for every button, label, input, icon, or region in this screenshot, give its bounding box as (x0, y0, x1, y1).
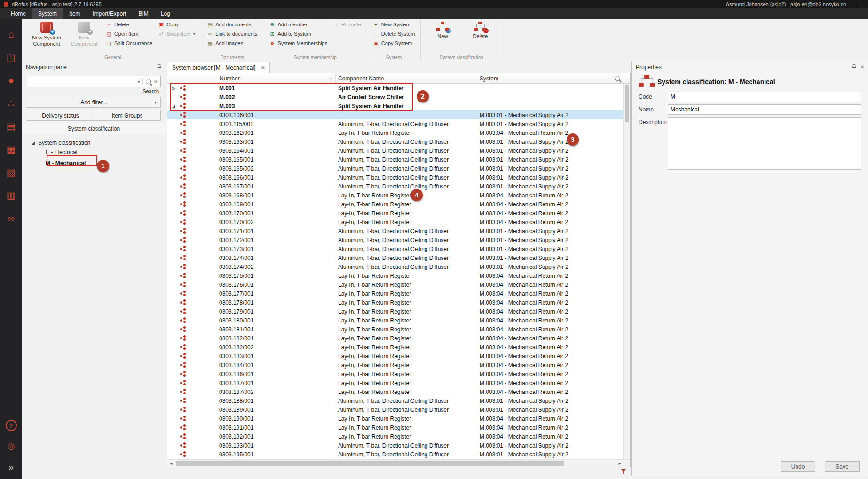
horizontal-scrollbar-track[interactable] (175, 460, 616, 467)
table-row[interactable]: 0303.176/001Lay-In, T-bar Return Registe… (167, 280, 623, 289)
clear-search-icon[interactable]: × (154, 79, 158, 85)
table-row[interactable]: 0303.187/001Lay-In, T-bar Return Registe… (167, 378, 623, 387)
system-module-icon[interactable]: ∴ (0, 92, 22, 115)
copy-button[interactable]: ▣ Copy (158, 21, 195, 28)
table-row[interactable]: 0303.168/001Lay-In, T-bar Return Registe… (167, 191, 623, 200)
horizontal-scrollbar-thumb[interactable] (176, 461, 564, 466)
close-tab-icon[interactable]: × (261, 64, 265, 71)
table-row[interactable]: 0303.193/001Aluminum, T-bar, Directional… (167, 441, 623, 450)
tree-node-mechanical[interactable]: M - Mechanical (25, 158, 163, 169)
delete-button[interactable]: × Delete (106, 21, 152, 28)
table-row[interactable]: 0303.177/001Lay-In, T-bar Return Registe… (167, 289, 623, 298)
report-module-icon[interactable]: ▥ (0, 184, 22, 207)
minimize-button[interactable]: — (854, 1, 864, 7)
table-row[interactable]: 0303.180/001Lay-In, T-bar Return Registe… (167, 316, 623, 325)
search-icon[interactable] (146, 79, 151, 84)
search-input[interactable] (30, 78, 135, 86)
pin-icon[interactable] (157, 64, 162, 70)
table-row[interactable]: 0303.170/002Lay-In, T-bar Return Registe… (167, 218, 623, 227)
table-row[interactable]: 0303.188/001Aluminum, T-bar, Directional… (167, 396, 623, 405)
help-icon[interactable]: ? (0, 415, 22, 436)
scroll-right-icon[interactable]: ▸ (616, 461, 623, 466)
room-module-icon[interactable]: ⌂ (0, 23, 22, 46)
building-module-icon[interactable]: ▦ (0, 138, 22, 161)
table-row[interactable]: 0303.189/001Aluminum, T-bar, Directional… (167, 405, 623, 414)
document-module-icon[interactable]: ▤ (0, 115, 22, 138)
table-row[interactable]: 0303.166/001Aluminum, T-bar, Directional… (167, 173, 623, 182)
table-row[interactable]: 0303.178/001Lay-In, T-bar Return Registe… (167, 298, 623, 307)
new-system-button[interactable]: + New System (373, 21, 415, 28)
menu-tab-item[interactable]: Item (63, 8, 86, 19)
table-row[interactable]: 0303.170/001Lay-In, T-bar Return Registe… (167, 209, 623, 218)
link-to-documents-button[interactable]: ∞ Link to documents (207, 30, 257, 38)
table-row[interactable]: ◢M.003Split System Air Handler (167, 102, 623, 110)
table-row[interactable]: 0303.192/001Lay-In, T-bar Return Registe… (167, 432, 623, 441)
name-field[interactable] (668, 104, 861, 115)
undo-button[interactable]: Undo (781, 461, 815, 472)
add-member-button[interactable]: ⊕ Add member (269, 21, 327, 28)
delete-system-button[interactable]: − Delete System (373, 30, 415, 38)
table-row[interactable]: 0303.183/001Lay-In, T-bar Return Registe… (167, 352, 623, 361)
row-expander-icon[interactable]: ◢ (171, 104, 176, 109)
table-row[interactable]: 0303.190/001Lay-In, T-bar Return Registe… (167, 414, 623, 423)
new-system-component-button[interactable]: + New System Component (31, 21, 63, 47)
column-search-icon[interactable] (615, 76, 620, 81)
swap-item-button[interactable]: ⇄ Swap item ▾ (158, 30, 195, 38)
about-icon[interactable]: ◎ (0, 436, 22, 456)
add-filter-dropdown[interactable]: Add filter... ▾ (27, 97, 161, 108)
table-row[interactable]: 0303.181/001Lay-In, T-bar Return Registe… (167, 325, 623, 334)
table-row[interactable]: 0303.179/001Lay-In, T-bar Return Registe… (167, 307, 623, 316)
menu-tab-home[interactable]: Home (5, 8, 32, 19)
table-row[interactable]: 0303.167/001Aluminum, T-bar, Directional… (167, 182, 623, 191)
scroll-left-icon[interactable]: ◂ (167, 461, 175, 466)
tree-node-system-classification[interactable]: ◢ System classification (25, 138, 163, 148)
promote-button[interactable]: ↑ Promote (333, 21, 361, 28)
table-row[interactable]: 0303.163/001Aluminum, T-bar, Directional… (167, 137, 623, 146)
open-item-button[interactable]: ◱ Open Item (106, 30, 152, 38)
table-row[interactable]: 0303.195/001Aluminum, T-bar, Directional… (167, 450, 623, 459)
menu-tab-import-export[interactable]: Import/Export (86, 8, 132, 19)
table-row[interactable]: 0303.186/001Lay-In, T-bar Return Registe… (167, 369, 623, 378)
table-row[interactable]: 0303.175/001Lay-In, T-bar Return Registe… (167, 271, 623, 280)
add-documents-button[interactable]: ▤ Add documents (207, 21, 257, 28)
table-row[interactable]: 0303.162/001Lay-In, T-bar Return Registe… (167, 128, 623, 137)
header-component-name[interactable]: Component Name (336, 73, 477, 83)
menu-tab-system[interactable]: System (32, 8, 63, 19)
search-link[interactable]: Search (142, 88, 159, 94)
table-row[interactable]: 0303.106/001M.003:01 - Mechanical Supply… (167, 110, 623, 119)
item-groups-button[interactable]: Item Groups (94, 110, 161, 121)
split-occurrence-button[interactable]: ◫ Split Occurrence (106, 39, 152, 47)
item-module-icon[interactable]: ◳ (0, 46, 22, 69)
table-row[interactable]: 0303.174/002Aluminum, T-bar, Directional… (167, 262, 623, 271)
table-row[interactable]: 0303.182/001Lay-In, T-bar Return Registe… (167, 334, 623, 343)
pin-icon[interactable] (852, 64, 857, 70)
code-field[interactable] (668, 92, 861, 102)
copy-system-button[interactable]: ▣ Copy System (373, 39, 415, 47)
table-row[interactable]: 0303.171/001Aluminum, T-bar, Directional… (167, 227, 623, 236)
delete-classification-button[interactable]: − Delete (464, 21, 496, 39)
delivery-status-button[interactable]: Delivery status (27, 110, 94, 121)
menu-tab-bim[interactable]: BIM (132, 8, 154, 19)
table-row[interactable]: 0303.182/002Lay-In, T-bar Return Registe… (167, 343, 623, 352)
table-row[interactable]: M.002Air Cooled Screw Chiller (167, 93, 623, 102)
table-row[interactable]: 0303.174/001Aluminum, T-bar, Directional… (167, 253, 623, 262)
table-row[interactable]: 0303.184/001Lay-In, T-bar Return Registe… (167, 361, 623, 369)
relations-module-icon[interactable]: ∞ (0, 207, 22, 230)
table-row[interactable]: 0303.191/001Lay-In, T-bar Return Registe… (167, 423, 623, 432)
table-row[interactable]: 0303.164/001Aluminum, T-bar, Directional… (167, 146, 623, 155)
header-system[interactable]: System (477, 73, 611, 83)
description-field[interactable] (668, 117, 861, 170)
chevron-down-icon[interactable]: ▾ (138, 79, 140, 84)
table-row[interactable]: 0303.173/001Aluminum, T-bar, Directional… (167, 244, 623, 253)
table-row[interactable]: 0303.165/002Aluminum, T-bar, Directional… (167, 164, 623, 173)
close-pane-icon[interactable]: × (860, 64, 864, 70)
vertical-scrollbar-thumb[interactable] (625, 85, 629, 122)
tree-expander-icon[interactable]: ◢ (32, 141, 35, 145)
add-images-button[interactable]: ▦ Add Images (207, 39, 257, 47)
table-row[interactable]: 0303.169/001Lay-In, T-bar Return Registe… (167, 200, 623, 209)
menu-tab-log[interactable]: Log (155, 8, 176, 19)
product-module-icon[interactable]: ● (0, 69, 22, 92)
filter-icon[interactable] (621, 469, 627, 474)
header-number[interactable]: Number ▲ (217, 73, 336, 83)
table-row[interactable]: 0303.115/001Aluminum, T-bar, Directional… (167, 119, 623, 128)
